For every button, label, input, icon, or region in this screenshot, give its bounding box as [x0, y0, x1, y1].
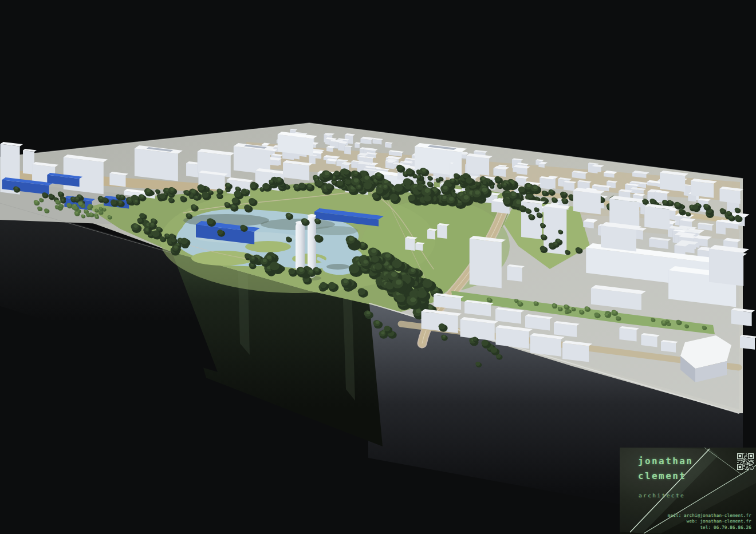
contact-mail: mail: archi@jonathan-clement.fr — [668, 513, 751, 519]
render-canvas: jonathan clement architecte mail: archi@… — [0, 0, 756, 534]
contact-web: web: jonathan-clement.fr — [668, 519, 751, 525]
brand-name-first: jonathan — [638, 456, 693, 466]
contact-block: mail: archi@jonathan-clement.fr web: jon… — [668, 513, 751, 531]
contact-tel: tel: 06.79.86.86.26 — [668, 525, 751, 531]
qr-code-icon — [737, 453, 754, 470]
brand-profession: architecte — [639, 492, 685, 499]
architect-logo-card: jonathan clement architecte mail: archi@… — [620, 448, 756, 534]
brand-name-last: clement — [638, 470, 686, 481]
